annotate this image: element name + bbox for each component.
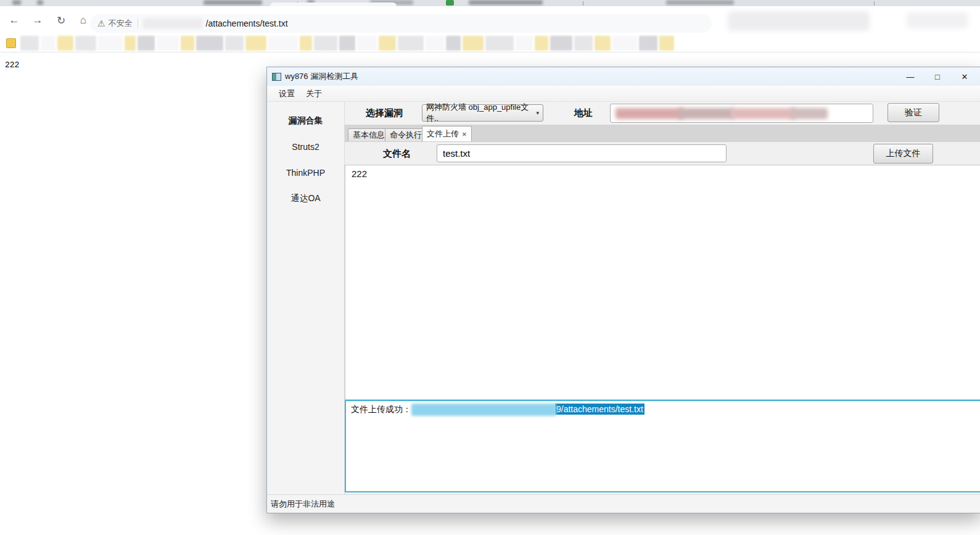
app-statusbar: 请勿用于非法用途 xyxy=(267,494,980,513)
redacted-url-host xyxy=(143,19,202,28)
redacted-bookmark xyxy=(339,36,355,51)
tab-separator xyxy=(874,1,875,6)
redacted-bookmark xyxy=(379,36,396,51)
sidebar-item-struts2[interactable]: Struts2 xyxy=(267,134,344,160)
menu-settings[interactable]: 设置 xyxy=(273,86,300,101)
redacted-bookmark xyxy=(300,36,312,51)
tab-label: 文件上传 xyxy=(427,128,459,139)
upload-content-textarea[interactable]: 222 xyxy=(345,165,980,400)
redacted-bookmark xyxy=(426,36,444,51)
sidebar-item-thinkphp[interactable]: ThinkPHP xyxy=(267,160,344,186)
app-window: wy876 漏洞检测工具 — □ ✕ 设置 关于 漏洞合集 Struts2 Th… xyxy=(266,67,980,513)
close-button[interactable]: ✕ xyxy=(951,69,978,84)
menu-about[interactable]: 关于 xyxy=(300,86,327,101)
app-content: 选择漏洞 网神防火墙 obj_app_upfile文件.. ▾ 地址 验证 xyxy=(345,102,980,494)
window-controls: — □ ✕ xyxy=(897,69,978,84)
sidebar-item-vuln-collection[interactable]: 漏洞合集 xyxy=(267,108,344,134)
redacted-profile-area xyxy=(907,12,968,28)
redacted-bookmark xyxy=(550,36,572,51)
redacted-address xyxy=(791,108,828,119)
filename-row: 文件名 上传文件 xyxy=(345,141,980,165)
tab-label: 基本信息 xyxy=(353,130,385,141)
redacted-bookmark xyxy=(20,36,39,51)
redacted-bookmark xyxy=(574,36,593,51)
redacted-bookmark xyxy=(398,36,424,51)
tab-command-exec[interactable]: 命令执行 xyxy=(385,128,427,141)
result-textarea[interactable]: 文件上传成功：9/attachements/test.txt xyxy=(345,400,980,492)
tab-basic-info[interactable]: 基本信息 xyxy=(348,128,390,141)
tab-bar: 基本信息 命令执行 文件上传 × xyxy=(345,125,980,141)
app-body: 漏洞合集 Struts2 ThinkPHP 通达OA 选择漏洞 网神防火墙 ob… xyxy=(267,102,980,494)
redacted-bookmark xyxy=(516,36,533,51)
green-favicon xyxy=(446,0,454,6)
app-titlebar[interactable]: wy876 漏洞检测工具 — □ ✕ xyxy=(267,67,980,86)
tab-separator xyxy=(583,1,583,6)
address-bar[interactable]: ⚠ 不安全 /attachements/test.txt xyxy=(90,14,712,33)
app-window-title: wy876 漏洞检测工具 xyxy=(285,71,358,82)
redacted-bookmark xyxy=(639,36,657,51)
redacted-bookmark xyxy=(157,36,179,51)
redacted-bookmark xyxy=(535,36,548,51)
upload-file-button[interactable]: 上传文件 xyxy=(873,144,933,164)
redacted-bookmark xyxy=(659,36,674,51)
select-vuln-label: 选择漏洞 xyxy=(366,107,403,119)
redacted-tab-title xyxy=(666,0,734,5)
upload-success-text: 文件上传成功： xyxy=(351,404,411,414)
vuln-toolbar-row: 选择漏洞 网神防火墙 obj_app_upfile文件.. ▾ 地址 验证 xyxy=(345,102,980,125)
url-path-text: /attachements/test.txt xyxy=(206,19,288,28)
reload-icon[interactable]: ↻ xyxy=(52,11,70,30)
address-separator xyxy=(138,19,138,28)
home-icon[interactable]: ⌂ xyxy=(74,11,93,30)
redacted-selected-url xyxy=(411,404,556,416)
filename-label: 文件名 xyxy=(383,148,411,160)
redacted-bookmark xyxy=(98,36,123,51)
browser-toolbar: ← → ↻ ⌂ ⚠ 不安全 /attachements/test.txt xyxy=(0,6,980,34)
redacted-bookmark xyxy=(595,36,611,51)
redacted-bookmark xyxy=(314,36,337,51)
address-label: 地址 xyxy=(574,107,593,119)
redacted-bookmark xyxy=(268,36,298,51)
sidebar-item-tongda-oa[interactable]: 通达OA xyxy=(267,186,344,212)
tab-favicon-fragment xyxy=(12,0,21,5)
redacted-bookmark xyxy=(138,36,155,51)
redacted-bookmark xyxy=(485,36,514,51)
redacted-bookmark xyxy=(75,36,96,51)
vuln-select-dropdown[interactable]: 网神防火墙 obj_app_upfile文件.. ▾ xyxy=(422,104,543,122)
forward-icon[interactable]: → xyxy=(28,11,47,30)
filename-input[interactable] xyxy=(437,144,727,162)
redacted-bookmark xyxy=(181,36,194,51)
minimize-button[interactable]: — xyxy=(897,69,924,84)
redacted-bookmark xyxy=(41,36,56,51)
page-body-text: 222 xyxy=(5,60,19,70)
tab-label: 命令执行 xyxy=(390,130,422,141)
back-icon[interactable]: ← xyxy=(5,11,23,30)
redacted-extensions-area xyxy=(728,11,870,31)
app-sidebar: 漏洞合集 Struts2 ThinkPHP 通达OA xyxy=(267,102,345,494)
app-icon xyxy=(272,73,281,81)
tab-file-upload[interactable]: 文件上传 × xyxy=(422,126,472,141)
maximize-button[interactable]: □ xyxy=(924,69,951,84)
verify-button[interactable]: 验证 xyxy=(887,103,939,122)
app-menubar: 设置 关于 xyxy=(267,86,980,102)
screen: ← → ↻ ⌂ ⚠ 不安全 /attachements/test.txt xyxy=(0,0,980,535)
redacted-tab-title xyxy=(469,0,543,5)
redacted-bookmark xyxy=(125,36,136,51)
bookmark-folder-icon xyxy=(6,38,16,48)
browser-tab-strip[interactable] xyxy=(0,0,980,6)
target-address-input[interactable] xyxy=(610,104,873,123)
chevron-down-icon: ▾ xyxy=(536,110,539,116)
tab-favicon-fragment xyxy=(37,0,43,5)
redacted-bookmark xyxy=(357,36,377,51)
redacted-bookmark xyxy=(446,36,461,51)
redacted-bookmark xyxy=(225,36,244,51)
status-message: 请勿用于非法用途 xyxy=(271,499,335,510)
selected-url-tail: 9/attachements/test.txt xyxy=(555,404,644,415)
redacted-address xyxy=(731,108,796,119)
bookmarks-bar[interactable] xyxy=(0,34,980,52)
redacted-address xyxy=(616,108,683,119)
tab-close-icon[interactable]: × xyxy=(462,130,467,139)
redacted-bookmark xyxy=(196,36,223,51)
redacted-bookmark xyxy=(612,36,637,51)
redacted-bookmark xyxy=(463,36,484,51)
not-secure-label: 不安全 xyxy=(109,18,133,29)
